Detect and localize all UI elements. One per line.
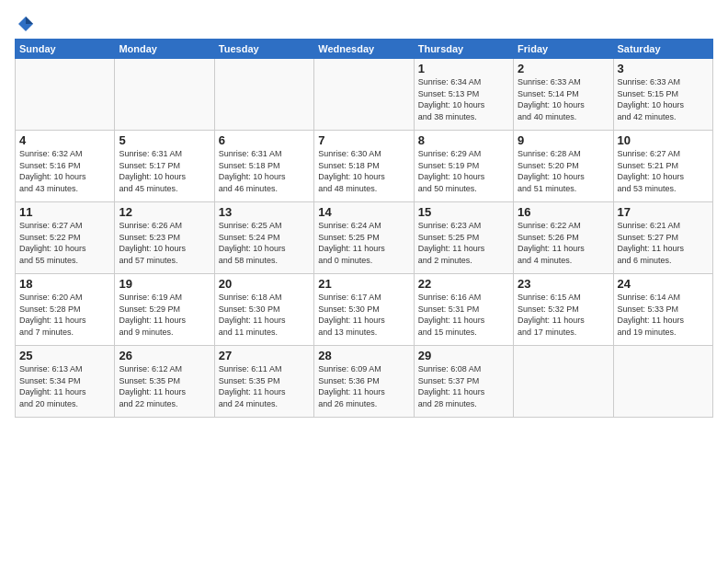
calendar-cell: 18Sunrise: 6:20 AM Sunset: 5:28 PM Dayli… [16, 274, 115, 346]
day-info: Sunrise: 6:33 AM Sunset: 5:15 PM Dayligh… [618, 76, 709, 122]
calendar-cell [214, 59, 313, 131]
calendar-cell: 9Sunrise: 6:28 AM Sunset: 5:20 PM Daylig… [514, 131, 613, 202]
calendar-cell: 16Sunrise: 6:22 AM Sunset: 5:26 PM Dayli… [514, 202, 613, 274]
day-info: Sunrise: 6:26 AM Sunset: 5:23 PM Dayligh… [119, 220, 210, 266]
day-number: 10 [618, 133, 709, 147]
calendar-cell [613, 346, 712, 418]
day-info: Sunrise: 6:31 AM Sunset: 5:17 PM Dayligh… [119, 148, 210, 194]
logo [15, 15, 35, 33]
page: SundayMondayTuesdayWednesdayThursdayFrid… [0, 0, 728, 563]
calendar-cell: 7Sunrise: 6:30 AM Sunset: 5:18 PM Daylig… [314, 131, 414, 202]
day-number: 14 [318, 205, 409, 219]
logo-icon [17, 15, 35, 33]
day-info: Sunrise: 6:31 AM Sunset: 5:18 PM Dayligh… [219, 148, 310, 194]
day-number: 7 [318, 133, 409, 147]
day-info: Sunrise: 6:30 AM Sunset: 5:18 PM Dayligh… [318, 148, 409, 194]
calendar-cell: 23Sunrise: 6:15 AM Sunset: 5:32 PM Dayli… [514, 274, 613, 346]
day-number: 19 [119, 277, 210, 291]
calendar-cell: 2Sunrise: 6:33 AM Sunset: 5:14 PM Daylig… [514, 59, 613, 131]
calendar-cell: 24Sunrise: 6:14 AM Sunset: 5:33 PM Dayli… [613, 274, 712, 346]
day-number: 23 [518, 277, 609, 291]
day-info: Sunrise: 6:29 AM Sunset: 5:19 PM Dayligh… [418, 148, 509, 194]
calendar-cell: 21Sunrise: 6:17 AM Sunset: 5:30 PM Dayli… [314, 274, 414, 346]
day-number: 28 [318, 349, 409, 362]
header-wednesday: Wednesday [314, 40, 414, 59]
day-info: Sunrise: 6:28 AM Sunset: 5:20 PM Dayligh… [518, 148, 609, 194]
calendar-cell [115, 59, 214, 131]
day-info: Sunrise: 6:21 AM Sunset: 5:27 PM Dayligh… [618, 220, 709, 266]
header-monday: Monday [115, 40, 214, 59]
calendar-cell: 25Sunrise: 6:13 AM Sunset: 5:34 PM Dayli… [16, 346, 115, 418]
day-number: 3 [618, 62, 709, 75]
day-number: 13 [219, 205, 310, 219]
day-number: 16 [518, 205, 609, 219]
calendar-cell: 11Sunrise: 6:27 AM Sunset: 5:22 PM Dayli… [16, 202, 115, 274]
calendar-table: SundayMondayTuesdayWednesdayThursdayFrid… [15, 39, 713, 418]
day-number: 21 [318, 277, 409, 291]
day-info: Sunrise: 6:34 AM Sunset: 5:13 PM Dayligh… [418, 76, 509, 122]
day-number: 2 [518, 62, 609, 75]
day-info: Sunrise: 6:17 AM Sunset: 5:30 PM Dayligh… [318, 292, 409, 338]
calendar-cell [16, 59, 115, 131]
calendar-cell: 5Sunrise: 6:31 AM Sunset: 5:17 PM Daylig… [115, 131, 214, 202]
day-number: 26 [119, 349, 210, 362]
calendar-cell: 12Sunrise: 6:26 AM Sunset: 5:23 PM Dayli… [115, 202, 214, 274]
calendar-cell: 27Sunrise: 6:11 AM Sunset: 5:35 PM Dayli… [214, 346, 313, 418]
day-info: Sunrise: 6:27 AM Sunset: 5:22 PM Dayligh… [19, 220, 110, 266]
day-info: Sunrise: 6:12 AM Sunset: 5:35 PM Dayligh… [119, 363, 210, 409]
calendar-week-row: 4Sunrise: 6:32 AM Sunset: 5:16 PM Daylig… [16, 131, 713, 202]
day-number: 18 [19, 277, 110, 291]
calendar-week-row: 25Sunrise: 6:13 AM Sunset: 5:34 PM Dayli… [16, 346, 713, 418]
header-saturday: Saturday [613, 40, 712, 59]
day-number: 29 [418, 349, 509, 362]
calendar-week-row: 11Sunrise: 6:27 AM Sunset: 5:22 PM Dayli… [16, 202, 713, 274]
day-info: Sunrise: 6:13 AM Sunset: 5:34 PM Dayligh… [19, 363, 110, 409]
day-info: Sunrise: 6:20 AM Sunset: 5:28 PM Dayligh… [19, 292, 110, 338]
logo-text [15, 15, 35, 33]
header-thursday: Thursday [414, 40, 513, 59]
day-number: 24 [618, 277, 709, 291]
day-info: Sunrise: 6:27 AM Sunset: 5:21 PM Dayligh… [618, 148, 709, 194]
header-sunday: Sunday [16, 40, 115, 59]
calendar-cell: 19Sunrise: 6:19 AM Sunset: 5:29 PM Dayli… [115, 274, 214, 346]
calendar-cell: 8Sunrise: 6:29 AM Sunset: 5:19 PM Daylig… [414, 131, 513, 202]
header-friday: Friday [514, 40, 613, 59]
calendar-cell: 14Sunrise: 6:24 AM Sunset: 5:25 PM Dayli… [314, 202, 414, 274]
calendar-week-row: 18Sunrise: 6:20 AM Sunset: 5:28 PM Dayli… [16, 274, 713, 346]
day-number: 20 [219, 277, 310, 291]
day-info: Sunrise: 6:22 AM Sunset: 5:26 PM Dayligh… [518, 220, 609, 266]
day-info: Sunrise: 6:16 AM Sunset: 5:31 PM Dayligh… [418, 292, 509, 338]
day-number: 22 [418, 277, 509, 291]
calendar-cell: 4Sunrise: 6:32 AM Sunset: 5:16 PM Daylig… [16, 131, 115, 202]
svg-marker-1 [26, 17, 33, 24]
day-info: Sunrise: 6:33 AM Sunset: 5:14 PM Dayligh… [518, 76, 609, 122]
calendar-cell: 20Sunrise: 6:18 AM Sunset: 5:30 PM Dayli… [214, 274, 313, 346]
day-info: Sunrise: 6:09 AM Sunset: 5:36 PM Dayligh… [318, 363, 409, 409]
calendar-cell [514, 346, 613, 418]
calendar-cell: 10Sunrise: 6:27 AM Sunset: 5:21 PM Dayli… [613, 131, 712, 202]
calendar-cell: 13Sunrise: 6:25 AM Sunset: 5:24 PM Dayli… [214, 202, 313, 274]
day-info: Sunrise: 6:15 AM Sunset: 5:32 PM Dayligh… [518, 292, 609, 338]
calendar-cell: 15Sunrise: 6:23 AM Sunset: 5:25 PM Dayli… [414, 202, 513, 274]
day-info: Sunrise: 6:24 AM Sunset: 5:25 PM Dayligh… [318, 220, 409, 266]
day-info: Sunrise: 6:08 AM Sunset: 5:37 PM Dayligh… [418, 363, 509, 409]
header [15, 15, 713, 33]
day-number: 17 [618, 205, 709, 219]
day-info: Sunrise: 6:18 AM Sunset: 5:30 PM Dayligh… [219, 292, 310, 338]
day-number: 1 [418, 62, 509, 75]
day-info: Sunrise: 6:23 AM Sunset: 5:25 PM Dayligh… [418, 220, 509, 266]
calendar-cell: 29Sunrise: 6:08 AM Sunset: 5:37 PM Dayli… [414, 346, 513, 418]
day-number: 6 [219, 133, 310, 147]
day-number: 27 [219, 349, 310, 362]
calendar-cell: 17Sunrise: 6:21 AM Sunset: 5:27 PM Dayli… [613, 202, 712, 274]
day-info: Sunrise: 6:14 AM Sunset: 5:33 PM Dayligh… [618, 292, 709, 338]
day-info: Sunrise: 6:25 AM Sunset: 5:24 PM Dayligh… [219, 220, 310, 266]
day-number: 11 [19, 205, 110, 219]
calendar-cell: 3Sunrise: 6:33 AM Sunset: 5:15 PM Daylig… [613, 59, 712, 131]
day-info: Sunrise: 6:11 AM Sunset: 5:35 PM Dayligh… [219, 363, 310, 409]
header-tuesday: Tuesday [214, 40, 313, 59]
day-number: 5 [119, 133, 210, 147]
day-info: Sunrise: 6:32 AM Sunset: 5:16 PM Dayligh… [19, 148, 110, 194]
day-number: 12 [119, 205, 210, 219]
day-number: 9 [518, 133, 609, 147]
